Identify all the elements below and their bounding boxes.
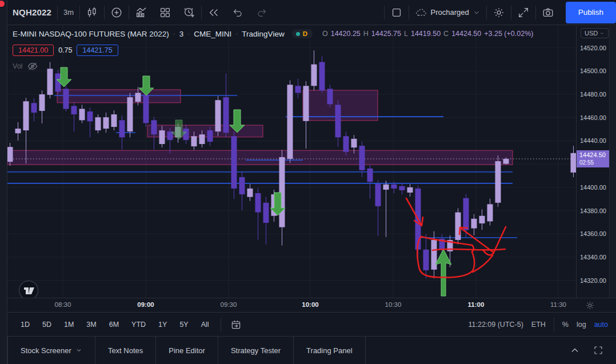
time-tick-label[interactable]: 08:30 [55,301,71,308]
price-tick-label[interactable]: 14440.00 [580,137,606,144]
price-axis[interactable]: USD 14520.0014500.0014480.0014460.001444… [576,26,609,312]
interval-value[interactable]: 3 [179,30,184,38]
separator: · [173,30,175,38]
percent-scale-button[interactable]: % [562,321,569,329]
bull-candle [383,185,389,190]
range-button-1d[interactable]: 1D [16,318,34,331]
time-axis[interactable]: 08:3009:0009:3010:0010:3011:0011:30 [7,298,576,312]
bear-candle [151,120,157,134]
price-tick-label[interactable]: 14520.00 [580,45,606,51]
chart-style-button[interactable] [80,2,104,23]
symbol-title[interactable]: E-MINI NASDAQ-100 FUTURES (MAR 2022) [13,30,169,38]
tab-pine-editor[interactable]: Pine Editor [156,337,218,364]
tab-text-notes[interactable]: Text Notes [95,337,156,364]
time-tick-label[interactable]: 11:00 [468,301,485,308]
redo-button[interactable] [250,2,274,23]
expand-icon [517,6,530,19]
range-button-1m[interactable]: 1M [59,318,78,331]
collapsed-watchlist-strip[interactable] [0,0,7,364]
layout-templates-button[interactable] [153,2,177,23]
bull-candle [95,117,101,130]
price-tick-label[interactable]: 14360.00 [580,230,606,237]
price-tick-label[interactable]: 14500.00 [580,67,606,74]
brand-name: TradingView [242,30,284,38]
buy-ask-button[interactable]: 14421.75 [77,45,118,56]
undo-button[interactable] [226,2,250,23]
tab-strategy-tester[interactable]: Strategy Tester [218,337,294,364]
bear-candle [359,146,365,170]
cloud-account-button[interactable]: Procharged [409,2,486,23]
clock[interactable]: 11:22:09 (UTC-5) [469,321,523,329]
eye-off-icon[interactable] [27,61,38,72]
log-scale-button[interactable]: log [577,321,586,329]
price-tick-label[interactable]: 14320.00 [580,277,606,284]
tab-trading-panel[interactable]: Trading Panel [294,337,365,364]
auto-scale-button[interactable]: auto [594,321,608,329]
tab-label: Stock Screener [21,346,71,355]
price-tick-label[interactable]: 14480.00 [580,91,606,98]
screenshot-button[interactable] [536,2,560,23]
time-tick-label[interactable]: 10:30 [385,301,402,308]
save-layout-button[interactable] [385,2,409,23]
price-tick-label[interactable]: 14460.00 [580,114,606,121]
bull-candle [303,86,309,121]
sun-theme-icon[interactable] [585,301,595,310]
bear-candle [87,111,93,121]
bull-candle [111,114,117,127]
session-toggle[interactable]: ETH [531,321,546,329]
range-button-3m[interactable]: 3M [82,318,101,331]
tab-stock-screener[interactable]: Stock Screener [7,337,95,364]
bar-countdown: 02:55 [579,159,610,166]
go-to-date-button[interactable] [228,314,244,335]
hand-drawn-annotation [483,227,506,255]
bar-replay-button[interactable] [202,2,226,23]
indicators-button[interactable] [129,2,153,23]
axis-settings-corner[interactable] [576,298,616,312]
bull-candle [407,187,413,193]
compare-add-button[interactable] [105,2,129,23]
range-button-all[interactable]: All [197,318,214,331]
open-value: 14420.25 [331,30,361,38]
time-tick-label[interactable]: 11:30 [550,301,566,308]
bear-candle [255,193,261,213]
price-tick-label[interactable]: 14340.00 [580,254,606,261]
panel-chevron-up-icon[interactable] [569,345,581,356]
range-button-6m[interactable]: 6M [105,318,123,331]
price-tick-label[interactable]: 14400.00 [580,184,606,191]
bull-candle [479,216,485,223]
time-tick-label[interactable]: 09:00 [137,301,154,308]
sell-bid-button[interactable]: 14421.00 [13,45,54,56]
symbol-label: NQH2022 [13,7,51,17]
alert-add-button[interactable] [177,2,201,23]
currency-selector[interactable]: USD [581,28,609,38]
current-price-badge: 14424.50 02:55 [577,150,610,167]
price-tick-label[interactable]: 14380.00 [580,207,606,214]
chevron-down-icon [599,31,605,36]
time-tick-label[interactable]: 09:30 [221,301,237,308]
camera-icon [542,6,554,19]
time-tick-label[interactable]: 10:00 [302,301,318,308]
range-button-ytd[interactable]: YTD [127,318,150,331]
symbol-button[interactable]: NQH2022 [7,2,57,23]
publish-button[interactable]: Publish [566,2,616,23]
close-value: 14424.50 [451,30,481,38]
chevron-down-icon [473,9,481,17]
interval-button[interactable]: 3m [58,2,79,23]
market-status-badge[interactable]: D [292,29,313,38]
volume-label[interactable]: Vol [13,62,22,70]
top-toolbar: NQH2022 3m [7,0,616,25]
tradingview-watermark [11,273,46,298]
notification-dot [0,0,6,8]
chart-settings-button[interactable] [487,2,511,23]
bear-candle [463,198,469,230]
panel-maximize-icon[interactable] [593,345,603,355]
ohlc-values: O14420.25 H14425.75 L14419.50 C14424.50 … [322,30,533,38]
range-button-5y[interactable]: 5Y [175,318,193,331]
collapsed-right-panel-strip[interactable] [609,26,616,312]
range-button-1y[interactable]: 1Y [154,318,171,331]
chart-pane[interactable]: E-MINI NASDAQ-100 FUTURES (MAR 2022) · 3… [7,26,576,298]
fullscreen-button[interactable] [511,2,535,23]
range-button-5d[interactable]: 5D [38,318,56,331]
bull-candle [191,136,197,146]
bear-candle [367,169,373,182]
